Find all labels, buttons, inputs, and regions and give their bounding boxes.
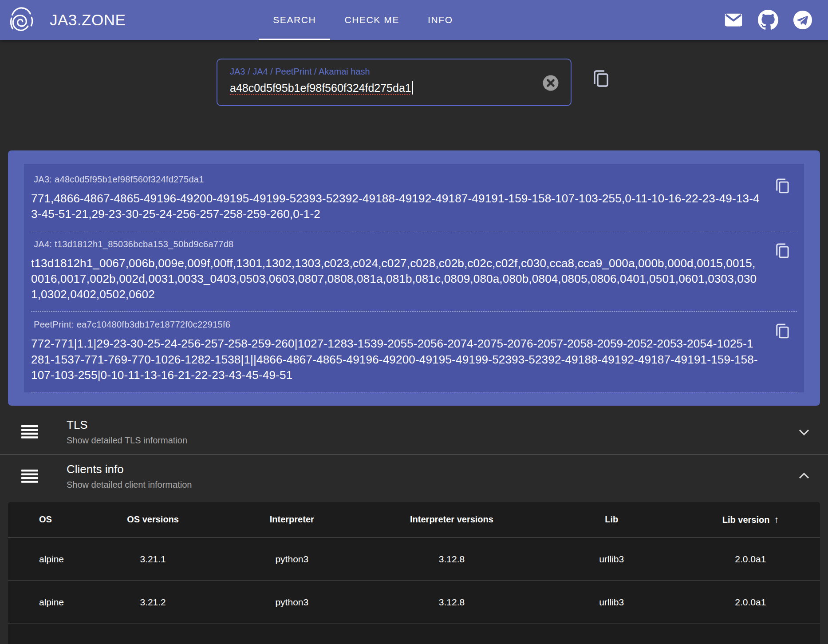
list-icon	[21, 425, 38, 439]
search-input-label: JA3 / JA4 / PeetPrint / Akamai hash	[230, 67, 559, 77]
nav-icon-group	[723, 10, 819, 30]
result-ja4: JA4: t13d1812h1_85036bcba153_50bd9c6a77d…	[31, 231, 797, 311]
table-header-lib-version[interactable]: Lib version↑	[681, 514, 820, 525]
table-header-row: OS OS versions Interpreter Interpreter v…	[8, 502, 820, 537]
brand-link[interactable]: JA3.ZONE	[9, 6, 126, 34]
copy-ja3-button[interactable]	[773, 176, 792, 197]
table-header-lib[interactable]: Lib	[542, 514, 681, 525]
result-ja3-value: 771,4866-4867-4865-49196-49200-49195-491…	[31, 191, 797, 222]
chevron-down-icon[interactable]	[795, 423, 813, 441]
github-icon[interactable]	[758, 10, 778, 30]
cell-lib: urllib3	[542, 554, 681, 565]
cell-os-version: 3.21.2	[83, 597, 222, 608]
cell-interpreter: python3	[222, 554, 361, 565]
result-ja4-title: JA4: t13d1812h1_85036bcba153_50bd9c6a77d…	[34, 239, 797, 249]
result-peetprint-value: 772-771|1.1|29-23-30-25-24-256-257-258-2…	[31, 336, 797, 383]
tab-info[interactable]: INFO	[414, 0, 467, 40]
panel-tls-subtitle: Show detailed TLS information	[67, 435, 187, 446]
panel-clients-info[interactable]: Clients info Show detailed client inform…	[0, 454, 828, 498]
chevron-up-icon[interactable]	[795, 467, 813, 485]
table-row: alpine 3.21.2 python3 3.12.8 urllib3 2.0…	[8, 581, 820, 624]
cell-lib-version: 2.0.0a1	[681, 554, 820, 565]
table-header-interpreter[interactable]: Interpreter	[222, 514, 361, 525]
cell-lib: urllib3	[542, 597, 681, 608]
panel-clients-title: Clients info	[67, 462, 192, 476]
expansion-panels: TLS Show detailed TLS information Client…	[0, 410, 828, 498]
results-card-inner: JA3: a48c0d5f95b1ef98f560f324fd275da1 77…	[24, 164, 804, 392]
table-row-partial	[8, 624, 820, 644]
search-input[interactable]: JA3 / JA4 / PeetPrint / Akamai hash a48c…	[217, 59, 572, 106]
clear-circle-icon[interactable]	[541, 74, 560, 92]
dashed-divider	[31, 392, 797, 392]
panel-tls-title: TLS	[67, 418, 187, 432]
result-peetprint: PeetPrint: ea7c10480fb3db17e18772f0c2291…	[31, 312, 797, 391]
text-caret	[412, 81, 413, 95]
cell-os: alpine	[8, 597, 83, 608]
search-section: JA3 / JA4 / PeetPrint / Akamai hash a48c…	[0, 40, 828, 106]
tab-search[interactable]: SEARCH	[259, 0, 330, 40]
tab-check-me[interactable]: CHECK ME	[330, 0, 414, 40]
cell-lib-version: 2.0.0a1	[681, 597, 820, 608]
search-input-value[interactable]: a48c0d5f95b1ef98f560f324fd275da1	[230, 82, 411, 95]
table-row: alpine 3.21.1 python3 3.12.8 urllib3 2.0…	[8, 537, 820, 581]
result-ja3: JA3: a48c0d5f95b1ef98f560f324fd275da1 77…	[31, 166, 797, 231]
copy-peetprint-button[interactable]	[773, 321, 792, 342]
cell-os-version: 3.21.1	[83, 554, 222, 565]
nav-tabs: SEARCH CHECK ME INFO	[259, 0, 467, 40]
result-ja4-value: t13d1812h1_0067,006b,009e,009f,00ff,1301…	[31, 256, 797, 302]
table-header-os[interactable]: OS	[8, 514, 83, 525]
copy-search-button[interactable]	[590, 67, 611, 91]
email-icon[interactable]	[723, 10, 744, 30]
telegram-icon[interactable]	[793, 10, 813, 30]
arrow-up-icon: ↑	[774, 514, 779, 525]
result-peetprint-title: PeetPrint: ea7c10480fb3db17e18772f0c2291…	[34, 320, 797, 330]
cell-interpreter-version: 3.12.8	[361, 597, 542, 608]
page-title: JA3.ZONE	[50, 11, 126, 29]
table-header-os-versions[interactable]: OS versions	[83, 514, 222, 525]
list-icon	[21, 470, 38, 483]
results-card: JA3: a48c0d5f95b1ef98f560f324fd275da1 77…	[8, 150, 820, 406]
fingerprint-icon	[9, 6, 34, 34]
copy-ja4-button[interactable]	[773, 241, 792, 261]
cell-interpreter-version: 3.12.8	[361, 554, 542, 565]
app-bar: JA3.ZONE SEARCH CHECK ME INFO	[0, 0, 828, 40]
table-header-interpreter-versions[interactable]: Interpreter versions	[361, 514, 542, 525]
cell-interpreter: python3	[222, 597, 361, 608]
cell-os: alpine	[8, 554, 83, 565]
clients-table: OS OS versions Interpreter Interpreter v…	[8, 502, 820, 644]
panel-clients-subtitle: Show detailed client information	[67, 480, 192, 490]
result-ja3-title: JA3: a48c0d5f95b1ef98f560f324fd275da1	[34, 174, 797, 185]
panel-tls[interactable]: TLS Show detailed TLS information	[0, 410, 828, 454]
